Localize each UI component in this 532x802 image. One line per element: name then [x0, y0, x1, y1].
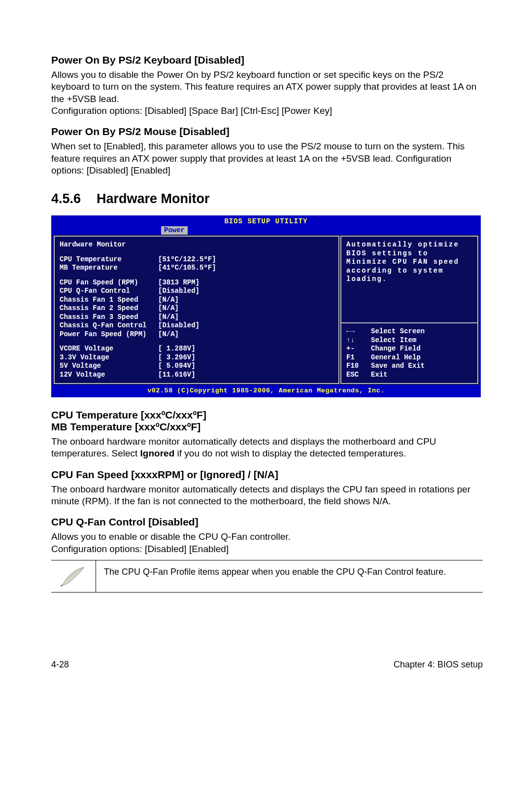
bios-item-value: [11.616V]: [158, 371, 333, 380]
body-ps2-mouse: When set to [Enabled], this parameter al…: [51, 140, 483, 176]
bios-item-value: [ 3.296V]: [158, 353, 333, 362]
page-footer: 4-28 Chapter 4: BIOS setup: [51, 660, 483, 670]
bios-item-value: [3813 RPM]: [158, 279, 333, 287]
bios-item-label: 3.3V Voltage: [60, 353, 158, 362]
bios-item-label: Chassis Fan 3 Speed: [60, 313, 158, 322]
bios-item-value: [N/A]: [158, 296, 333, 305]
bios-item-value: [Disabled]: [158, 287, 333, 296]
bios-items-list: CPU Temperature[51ºC/122.5ºF]MB Temperat…: [60, 255, 333, 380]
bios-titlebar: BIOS SETUP UTILITY: [51, 215, 481, 226]
bios-item-value: [N/A]: [158, 304, 333, 313]
section-title-text: Hardware Monitor: [97, 191, 210, 206]
bios-nav-row: ↑↓Select Item: [346, 336, 472, 345]
bios-item-row: Chassis Fan 2 Speed[N/A]: [60, 304, 333, 313]
manual-page: Power On By PS/2 Keyboard [Disabled] All…: [0, 0, 532, 690]
body-ps2-keyboard-2: Configuration options: [Disabled] [Space…: [51, 105, 483, 117]
bios-item-row: CPU Fan Speed (RPM)[3813 RPM]: [60, 279, 333, 287]
bios-item-row: MB Temperature[41ºC/105.5ºF]: [60, 264, 333, 273]
bios-nav-key: F10: [346, 362, 371, 371]
bios-nav-label: Select Screen: [371, 327, 425, 336]
bios-nav-row: F10Save and Exit: [346, 362, 472, 371]
bios-body: Hardware Monitor CPU Temperature[51ºC/12…: [51, 235, 481, 386]
bios-item-value: [41ºC/105.5ºF]: [158, 264, 333, 273]
bios-item-label: Chassis Fan 2 Speed: [60, 304, 158, 313]
heading-cpu-temp-line: CPU Temperature [xxxºC/xxxºF]: [51, 409, 483, 421]
bios-nav-row: +-Change Field: [346, 345, 472, 353]
bios-item-value: [ 1.288V]: [158, 345, 333, 353]
bios-panel-heading: Hardware Monitor: [60, 241, 333, 249]
bios-item-row: Chassis Fan 1 Speed[N/A]: [60, 296, 333, 305]
bios-nav-label: Select Item: [371, 336, 416, 345]
bios-nav-key: +-: [346, 345, 371, 353]
bios-item-row: 5V Voltage[ 5.094V]: [60, 362, 333, 371]
heading-cpu-mb-temp: CPU Temperature [xxxºC/xxxºF] MB Tempera…: [51, 409, 483, 433]
bios-nav-row: ESCExit: [346, 371, 472, 380]
body-cpu-qfan-1: Allows you to enable or disable the CPU …: [51, 531, 483, 543]
bios-item-label: CPU Temperature: [60, 255, 158, 264]
bios-nav-label: Change Field: [371, 345, 421, 353]
heading-cpu-qfan: CPU Q-Fan Control [Disabled]: [51, 516, 483, 528]
bios-item-row: Chassis Q-Fan Control[Disabled]: [60, 321, 333, 330]
bios-item-row: Power Fan Speed (RPM)[N/A]: [60, 330, 333, 339]
bios-item-value: [51ºC/122.5ºF]: [158, 255, 333, 264]
bios-nav-label: Exit: [371, 371, 388, 380]
body-cpu-qfan-2: Configuration options: [Disabled] [Enabl…: [51, 543, 483, 555]
bios-item-label: Chassis Fan 1 Speed: [60, 296, 158, 305]
bios-tab-power: Power: [161, 226, 188, 235]
bios-item-label: VCORE Voltage: [60, 345, 158, 353]
bios-main-panel: Hardware Monitor CPU Temperature[51ºC/12…: [54, 236, 339, 384]
bios-item-value: [Disabled]: [158, 321, 333, 330]
bios-item-label: 5V Voltage: [60, 362, 158, 371]
bios-item-row: 3.3V Voltage[ 3.296V]: [60, 353, 333, 362]
bios-item-value: [N/A]: [158, 313, 333, 322]
bios-screenshot: BIOS SETUP UTILITY Power Hardware Monito…: [51, 215, 481, 397]
bios-copyright: v02.58 (C)Copyright 1985-2006, American …: [51, 386, 481, 397]
bios-nav-label: General Help: [371, 353, 421, 362]
bios-nav-row: ←→Select Screen: [346, 327, 472, 336]
heading-ps2-keyboard: Power On By PS/2 Keyboard [Disabled]: [51, 54, 483, 66]
bios-nav-label: Save and Exit: [371, 362, 425, 371]
heading-cpu-fan-speed: CPU Fan Speed [xxxxRPM] or [Ignored] / […: [51, 469, 483, 481]
bios-item-row: CPU Q-Fan Control[Disabled]: [60, 287, 333, 296]
bios-item-row: CPU Temperature[51ºC/122.5ºF]: [60, 255, 333, 264]
bios-nav-keys: ←→Select Screen↑↓Select Item+-Change Fie…: [340, 323, 478, 384]
body-cpu-fan-speed: The onboard hardware monitor automatical…: [51, 484, 483, 508]
body-ps2-keyboard-1: Allows you to disable the Power On by PS…: [51, 69, 483, 105]
bios-nav-key: ↑↓: [346, 336, 371, 345]
bios-item-label: CPU Fan Speed (RPM): [60, 279, 158, 287]
bios-item-row: 12V Voltage[11.616V]: [60, 371, 333, 380]
page-number: 4-28: [51, 660, 69, 670]
note-text: The CPU Q-Fan Profile items appear when …: [96, 560, 446, 584]
chapter-label: Chapter 4: BIOS setup: [394, 660, 483, 670]
bios-item-row: VCORE Voltage[ 1.288V]: [60, 345, 333, 353]
bios-nav-key: F1: [346, 353, 371, 362]
bios-tabbar: Power: [51, 226, 481, 235]
bios-item-value: [N/A]: [158, 330, 333, 339]
bios-nav-key: ←→: [346, 327, 371, 336]
bios-side-panel: Automatically optimize BIOS settings to …: [340, 236, 478, 384]
body-cpu-mb-temp: The onboard hardware monitor automatical…: [51, 436, 483, 460]
note-box: The CPU Q-Fan Profile items appear when …: [51, 560, 483, 593]
bios-item-label: Chassis Q-Fan Control: [60, 321, 158, 330]
heading-hardware-monitor: 4.5.6Hardware Monitor: [51, 191, 483, 207]
bios-item-row: Chassis Fan 3 Speed[N/A]: [60, 313, 333, 322]
heading-mb-temp-line: MB Temperature [xxxºC/xxxºF]: [51, 421, 483, 433]
bios-item-value: [ 5.094V]: [158, 362, 333, 371]
bios-nav-row: F1General Help: [346, 353, 472, 362]
bios-item-label: 12V Voltage: [60, 371, 158, 380]
section-number: 4.5.6: [51, 191, 81, 207]
quill-pen-icon: [60, 565, 87, 587]
bios-nav-key: ESC: [346, 371, 371, 380]
bios-item-label: Power Fan Speed (RPM): [60, 330, 158, 339]
heading-ps2-mouse: Power On By PS/2 Mouse [Disabled]: [51, 126, 483, 138]
bios-help-text: Automatically optimize BIOS settings to …: [340, 236, 478, 323]
bios-item-label: MB Temperature: [60, 264, 158, 273]
note-icon-cell: [51, 560, 96, 592]
bios-item-label: CPU Q-Fan Control: [60, 287, 158, 296]
